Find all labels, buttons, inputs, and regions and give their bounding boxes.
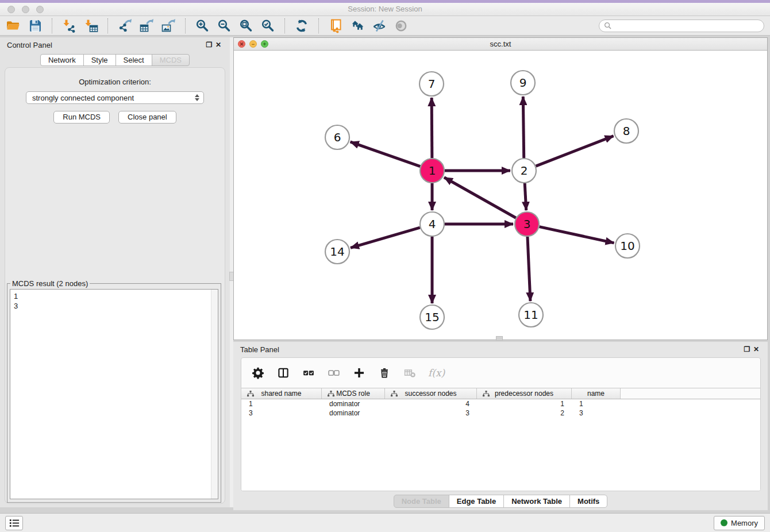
zoom-out-icon[interactable] [217, 18, 232, 33]
column-header-mcds-role[interactable]: MCDS role [322, 388, 385, 399]
close-panel-button[interactable]: Close panel [118, 111, 176, 124]
criterion-dropdown[interactable]: strongly connected component [26, 91, 204, 104]
graph-edge-3-11[interactable] [528, 237, 530, 301]
result-scrollbar[interactable] [211, 290, 218, 499]
graph-edge-2-9[interactable] [523, 97, 523, 158]
duplicate-document-icon[interactable] [328, 18, 343, 33]
save-icon[interactable] [28, 18, 43, 33]
float-panel-icon[interactable]: ❐ [205, 40, 214, 49]
deselect-all-icon[interactable] [327, 366, 341, 380]
graph-node-15[interactable]: 15 [420, 305, 444, 329]
export-image-icon[interactable] [161, 18, 176, 33]
table-cell[interactable]: 3 [572, 408, 621, 418]
graph-node-2[interactable]: 2 [512, 159, 536, 183]
close-panel-icon[interactable]: ✕ [214, 40, 223, 49]
mcds-result-list[interactable]: 13 [10, 289, 218, 499]
run-mcds-button[interactable]: Run MCDS [53, 111, 110, 124]
table-tab-motifs[interactable]: Motifs [569, 495, 607, 508]
float-table-panel-icon[interactable]: ❐ [742, 345, 752, 354]
graph-node-label: 15 [425, 310, 439, 324]
export-network-icon[interactable] [117, 18, 132, 33]
table-tab-network-table[interactable]: Network Table [503, 495, 570, 508]
graph-node-6[interactable]: 6 [325, 125, 349, 149]
table-cell[interactable]: dominator [322, 399, 385, 408]
network-canvas[interactable]: 7968124314101511 [234, 51, 767, 340]
graph-edge-1-6[interactable] [351, 142, 421, 167]
table-row[interactable]: 1dominator411 [241, 399, 760, 408]
app-titlebar[interactable]: Session: New Session [0, 3, 770, 16]
column-header-shared-name[interactable]: shared name [241, 388, 322, 399]
table-cell[interactable]: 3 [241, 408, 322, 418]
toolbar-separator [284, 18, 285, 33]
table-cell[interactable]: 1 [241, 399, 322, 408]
close-table-panel-icon[interactable]: ✕ [752, 345, 761, 354]
export-table-icon[interactable] [139, 18, 154, 33]
node-table: shared nameMCDS rolesuccessor nodesprede… [241, 388, 760, 491]
table-cell[interactable]: dominator [322, 408, 385, 418]
zoom-in-icon[interactable] [195, 18, 210, 33]
zoom-selected-icon[interactable] [260, 18, 275, 33]
table-row[interactable]: 3dominator323 [241, 408, 760, 418]
trash-icon[interactable] [378, 366, 391, 380]
graph-node-9[interactable]: 9 [511, 71, 535, 95]
refresh-icon[interactable] [294, 18, 309, 33]
app-title: Session: New Session [0, 5, 770, 13]
table-panel-content: f(x) shared nameMCDS rolesuccessor nodes… [241, 357, 761, 491]
eye-slash-icon[interactable] [372, 18, 387, 33]
network-graph[interactable]: 7968124314101511 [234, 51, 767, 340]
graph-node-4[interactable]: 4 [420, 212, 444, 236]
table-cell[interactable]: 1 [572, 399, 621, 408]
table-cell[interactable]: 4 [385, 399, 477, 408]
tab-mcds[interactable]: MCDS [152, 54, 190, 66]
columns-icon[interactable] [276, 366, 290, 380]
network-window-titlebar[interactable]: ✕ − + scc.txt [234, 38, 767, 51]
graph-edge-3-10[interactable] [539, 227, 614, 243]
column-header-predecessor-nodes[interactable]: predecessor nodes [477, 388, 572, 399]
task-history-button[interactable] [5, 516, 23, 530]
delete-column-icon[interactable] [403, 366, 417, 380]
graph-node-label: 1 [429, 164, 436, 178]
table-cell[interactable]: 1 [477, 399, 572, 408]
graph-edge-3-1[interactable] [444, 178, 516, 218]
tab-select[interactable]: Select [116, 54, 152, 66]
memory-status-icon [721, 519, 727, 526]
graph-edge-2-8[interactable] [536, 136, 614, 166]
column-header-successor-nodes[interactable]: successor nodes [385, 388, 477, 399]
table-cell[interactable]: 3 [385, 408, 477, 418]
tab-network[interactable]: Network [40, 54, 84, 66]
open-folder-icon[interactable] [6, 18, 21, 33]
graph-node-1[interactable]: 1 [420, 159, 444, 183]
column-header-name[interactable]: name [572, 388, 621, 399]
import-network-icon[interactable] [61, 18, 76, 33]
graph-node-10[interactable]: 10 [615, 234, 640, 258]
table-cell[interactable]: 2 [477, 408, 572, 418]
gear-icon[interactable] [251, 366, 265, 380]
search-field[interactable] [599, 20, 764, 32]
table-header-row: shared nameMCDS rolesuccessor nodesprede… [241, 388, 760, 399]
tab-style[interactable]: Style [83, 54, 116, 66]
graph-edge-1-7[interactable] [432, 98, 432, 158]
graph-node-7[interactable]: 7 [419, 72, 444, 96]
graph-node-3[interactable]: 3 [515, 212, 539, 236]
graph-node-11[interactable]: 11 [519, 303, 543, 327]
optimization-criterion-label: Optimization criterion: [5, 78, 225, 86]
graph-edge-2-3[interactable] [525, 183, 526, 210]
houses-icon[interactable] [350, 18, 365, 33]
graph-edge-4-14[interactable] [351, 228, 420, 248]
search-input[interactable] [614, 22, 759, 30]
add-column-icon[interactable] [352, 366, 366, 380]
import-table-icon[interactable] [83, 18, 98, 33]
function-builder-icon[interactable]: f(x) [428, 367, 445, 379]
zoom-fit-icon[interactable] [238, 18, 253, 33]
table-tab-edge-table[interactable]: Edge Table [449, 495, 504, 508]
graph-node-label: 3 [523, 217, 531, 231]
select-all-checked-icon[interactable] [302, 366, 315, 380]
memory-button[interactable]: Memory [714, 516, 765, 530]
eye-icon[interactable] [394, 18, 409, 33]
search-icon [604, 22, 611, 29]
graph-node-8[interactable]: 8 [614, 119, 638, 143]
control-panel-title: Control Panel [7, 41, 205, 49]
graph-node-14[interactable]: 14 [325, 240, 349, 264]
network-resize-grip[interactable] [496, 336, 503, 341]
table-tab-node-table[interactable]: Node Table [394, 495, 449, 508]
